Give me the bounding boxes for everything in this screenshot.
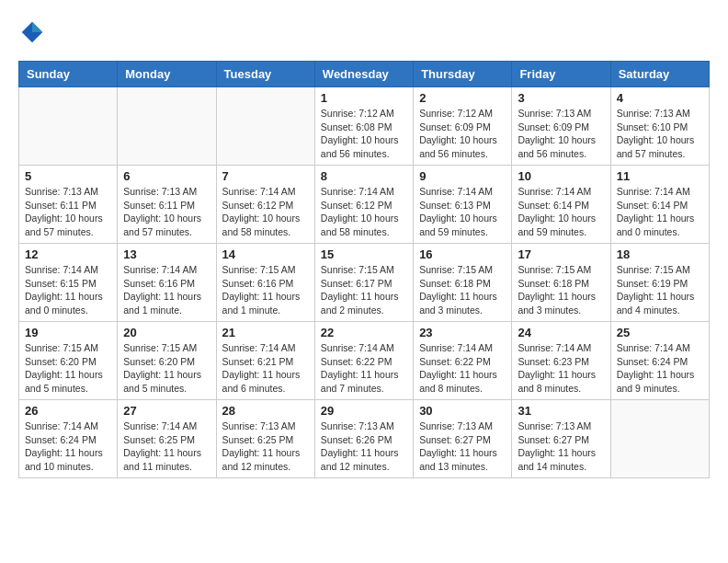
day-info: Sunrise: 7:15 AM Sunset: 6:16 PM Dayligh… bbox=[222, 263, 309, 317]
calendar-cell: 18Sunrise: 7:15 AM Sunset: 6:19 PM Dayli… bbox=[610, 244, 709, 322]
svg-marker-1 bbox=[32, 22, 42, 32]
weekday-header-wednesday: Wednesday bbox=[314, 62, 413, 87]
day-number: 19 bbox=[25, 326, 111, 339]
calendar-cell: 29Sunrise: 7:13 AM Sunset: 6:26 PM Dayli… bbox=[314, 400, 413, 478]
calendar-header-row: SundayMondayTuesdayWednesdayThursdayFrid… bbox=[19, 62, 710, 87]
calendar-cell: 10Sunrise: 7:14 AM Sunset: 6:14 PM Dayli… bbox=[512, 166, 610, 244]
calendar-cell: 11Sunrise: 7:14 AM Sunset: 6:14 PM Dayli… bbox=[610, 166, 709, 244]
day-number: 31 bbox=[518, 404, 604, 418]
calendar-table: SundayMondayTuesdayWednesdayThursdayFrid… bbox=[18, 61, 710, 478]
day-number: 1 bbox=[321, 91, 407, 105]
day-info: Sunrise: 7:14 AM Sunset: 6:12 PM Dayligh… bbox=[321, 185, 407, 239]
day-info: Sunrise: 7:15 AM Sunset: 6:19 PM Dayligh… bbox=[617, 263, 703, 317]
weekday-header-saturday: Saturday bbox=[610, 62, 709, 87]
calendar-cell bbox=[610, 400, 709, 478]
week-row-3: 12Sunrise: 7:14 AM Sunset: 6:15 PM Dayli… bbox=[19, 244, 710, 322]
day-number: 23 bbox=[419, 326, 506, 339]
day-info: Sunrise: 7:14 AM Sunset: 6:15 PM Dayligh… bbox=[25, 263, 111, 317]
weekday-header-monday: Monday bbox=[118, 62, 216, 87]
day-info: Sunrise: 7:13 AM Sunset: 6:09 PM Dayligh… bbox=[518, 107, 604, 161]
day-number: 16 bbox=[419, 247, 506, 261]
weekday-header-sunday: Sunday bbox=[19, 62, 118, 87]
day-number: 5 bbox=[25, 169, 111, 183]
day-number: 12 bbox=[25, 247, 111, 261]
day-info: Sunrise: 7:14 AM Sunset: 6:21 PM Dayligh… bbox=[222, 341, 309, 396]
calendar-cell: 27Sunrise: 7:14 AM Sunset: 6:25 PM Dayli… bbox=[118, 400, 216, 478]
calendar-cell: 3Sunrise: 7:13 AM Sunset: 6:09 PM Daylig… bbox=[512, 87, 610, 166]
calendar-cell bbox=[19, 87, 118, 166]
page: SundayMondayTuesdayWednesdayThursdayFrid… bbox=[0, 0, 728, 497]
day-info: Sunrise: 7:13 AM Sunset: 6:26 PM Dayligh… bbox=[321, 419, 407, 474]
logo-icon bbox=[18, 18, 46, 46]
calendar-cell: 9Sunrise: 7:14 AM Sunset: 6:13 PM Daylig… bbox=[414, 166, 512, 244]
day-number: 7 bbox=[222, 169, 309, 183]
day-info: Sunrise: 7:12 AM Sunset: 6:09 PM Dayligh… bbox=[419, 107, 506, 161]
day-info: Sunrise: 7:13 AM Sunset: 6:27 PM Dayligh… bbox=[419, 419, 506, 474]
day-info: Sunrise: 7:14 AM Sunset: 6:22 PM Dayligh… bbox=[321, 341, 407, 396]
day-info: Sunrise: 7:15 AM Sunset: 6:18 PM Dayligh… bbox=[419, 263, 506, 317]
day-number: 21 bbox=[222, 326, 309, 339]
calendar-cell: 16Sunrise: 7:15 AM Sunset: 6:18 PM Dayli… bbox=[414, 244, 512, 322]
calendar-cell: 22Sunrise: 7:14 AM Sunset: 6:22 PM Dayli… bbox=[314, 322, 413, 400]
day-number: 28 bbox=[222, 404, 309, 418]
calendar-cell: 28Sunrise: 7:13 AM Sunset: 6:25 PM Dayli… bbox=[216, 400, 314, 478]
calendar-cell: 25Sunrise: 7:14 AM Sunset: 6:24 PM Dayli… bbox=[610, 322, 709, 400]
day-info: Sunrise: 7:13 AM Sunset: 6:27 PM Dayligh… bbox=[518, 419, 604, 474]
day-info: Sunrise: 7:14 AM Sunset: 6:14 PM Dayligh… bbox=[617, 185, 703, 239]
day-number: 2 bbox=[419, 91, 506, 105]
day-number: 24 bbox=[518, 326, 604, 339]
day-info: Sunrise: 7:14 AM Sunset: 6:16 PM Dayligh… bbox=[123, 263, 210, 317]
calendar-cell: 23Sunrise: 7:14 AM Sunset: 6:22 PM Dayli… bbox=[414, 322, 512, 400]
day-number: 11 bbox=[617, 169, 703, 183]
day-number: 26 bbox=[25, 404, 111, 418]
calendar-cell: 30Sunrise: 7:13 AM Sunset: 6:27 PM Dayli… bbox=[414, 400, 512, 478]
day-number: 8 bbox=[321, 169, 407, 183]
day-number: 4 bbox=[617, 91, 703, 105]
day-number: 14 bbox=[222, 247, 309, 261]
day-info: Sunrise: 7:15 AM Sunset: 6:17 PM Dayligh… bbox=[321, 263, 407, 317]
day-info: Sunrise: 7:13 AM Sunset: 6:10 PM Dayligh… bbox=[617, 107, 703, 161]
week-row-1: 1Sunrise: 7:12 AM Sunset: 6:08 PM Daylig… bbox=[19, 87, 710, 166]
day-info: Sunrise: 7:15 AM Sunset: 6:18 PM Dayligh… bbox=[518, 263, 604, 317]
week-row-2: 5Sunrise: 7:13 AM Sunset: 6:11 PM Daylig… bbox=[19, 166, 710, 244]
calendar-cell: 6Sunrise: 7:13 AM Sunset: 6:11 PM Daylig… bbox=[118, 166, 216, 244]
calendar-cell bbox=[118, 87, 216, 166]
calendar-cell bbox=[216, 87, 314, 166]
day-number: 17 bbox=[518, 247, 604, 261]
calendar-cell: 1Sunrise: 7:12 AM Sunset: 6:08 PM Daylig… bbox=[314, 87, 413, 166]
calendar-cell: 21Sunrise: 7:14 AM Sunset: 6:21 PM Dayli… bbox=[216, 322, 314, 400]
week-row-5: 26Sunrise: 7:14 AM Sunset: 6:24 PM Dayli… bbox=[19, 400, 710, 478]
calendar-cell: 24Sunrise: 7:14 AM Sunset: 6:23 PM Dayli… bbox=[512, 322, 610, 400]
calendar-cell: 31Sunrise: 7:13 AM Sunset: 6:27 PM Dayli… bbox=[512, 400, 610, 478]
week-row-4: 19Sunrise: 7:15 AM Sunset: 6:20 PM Dayli… bbox=[19, 322, 710, 400]
day-number: 25 bbox=[617, 326, 703, 339]
day-info: Sunrise: 7:14 AM Sunset: 6:24 PM Dayligh… bbox=[25, 419, 111, 474]
day-info: Sunrise: 7:14 AM Sunset: 6:22 PM Dayligh… bbox=[419, 341, 506, 396]
day-info: Sunrise: 7:14 AM Sunset: 6:13 PM Dayligh… bbox=[419, 185, 506, 239]
day-number: 13 bbox=[123, 247, 210, 261]
day-number: 27 bbox=[123, 404, 210, 418]
day-info: Sunrise: 7:14 AM Sunset: 6:14 PM Dayligh… bbox=[518, 185, 604, 239]
calendar-cell: 4Sunrise: 7:13 AM Sunset: 6:10 PM Daylig… bbox=[610, 87, 709, 166]
calendar-cell: 15Sunrise: 7:15 AM Sunset: 6:17 PM Dayli… bbox=[314, 244, 413, 322]
calendar-cell: 26Sunrise: 7:14 AM Sunset: 6:24 PM Dayli… bbox=[19, 400, 118, 478]
day-number: 22 bbox=[321, 326, 407, 339]
day-info: Sunrise: 7:14 AM Sunset: 6:25 PM Dayligh… bbox=[123, 419, 210, 474]
day-number: 6 bbox=[123, 169, 210, 183]
calendar-cell: 8Sunrise: 7:14 AM Sunset: 6:12 PM Daylig… bbox=[314, 166, 413, 244]
day-number: 29 bbox=[321, 404, 407, 418]
day-info: Sunrise: 7:14 AM Sunset: 6:23 PM Dayligh… bbox=[518, 341, 604, 396]
day-number: 3 bbox=[518, 91, 604, 105]
calendar-cell: 19Sunrise: 7:15 AM Sunset: 6:20 PM Dayli… bbox=[19, 322, 118, 400]
calendar-cell: 7Sunrise: 7:14 AM Sunset: 6:12 PM Daylig… bbox=[216, 166, 314, 244]
day-number: 9 bbox=[419, 169, 506, 183]
day-number: 18 bbox=[617, 247, 703, 261]
day-info: Sunrise: 7:15 AM Sunset: 6:20 PM Dayligh… bbox=[25, 341, 111, 396]
day-number: 10 bbox=[518, 169, 604, 183]
calendar-cell: 14Sunrise: 7:15 AM Sunset: 6:16 PM Dayli… bbox=[216, 244, 314, 322]
day-info: Sunrise: 7:13 AM Sunset: 6:11 PM Dayligh… bbox=[25, 185, 111, 239]
day-info: Sunrise: 7:13 AM Sunset: 6:25 PM Dayligh… bbox=[222, 419, 309, 474]
day-number: 30 bbox=[419, 404, 506, 418]
logo bbox=[18, 18, 50, 46]
day-info: Sunrise: 7:12 AM Sunset: 6:08 PM Dayligh… bbox=[321, 107, 407, 161]
